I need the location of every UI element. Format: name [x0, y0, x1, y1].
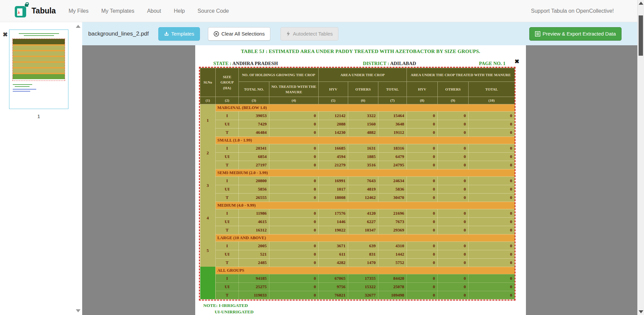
open-filename: background_lines_2.pdf — [88, 31, 149, 37]
remove-file-icon[interactable]: ✖ — [3, 32, 8, 38]
selection-close-icon[interactable]: ✖ — [515, 59, 519, 64]
scroll-up-icon[interactable] — [639, 2, 643, 5]
nav-my-files[interactable]: My Files — [68, 8, 89, 14]
circle-x-icon — [214, 31, 219, 37]
pdf-note-line1: NOTE: I-IRRIGATED — [203, 303, 248, 308]
clear-all-selections-button[interactable]: Clear All Selections — [208, 27, 270, 41]
thumbnail-mini-table — [12, 39, 65, 81]
pdf-page[interactable]: TABLE 5J : ESTIMATED AREA UNDER PADDY TR… — [195, 45, 526, 315]
pdf-state-line: STATE : ANDHRA PRADESH — [213, 61, 278, 66]
pdf-district-line: DISTRICT : ADILABAD — [363, 61, 416, 66]
sidebar-scroll-down-icon[interactable] — [76, 309, 80, 312]
table-list-icon — [535, 31, 540, 37]
lightning-icon — [286, 31, 290, 36]
nav-my-templates[interactable]: My Templates — [101, 8, 134, 14]
page-thumbnail[interactable] — [9, 30, 68, 109]
autodetect-tables-button[interactable]: Autodetect Tables — [280, 27, 338, 41]
templates-button[interactable]: Templates — [158, 27, 200, 41]
toolbar: background_lines_2.pdf Templates Clear A… — [82, 22, 637, 45]
pdf-page-no: PAGE NO. 1 — [479, 61, 505, 66]
sidebar-thumbnails: ✖ 1 — [0, 22, 82, 315]
pdf-viewer: TABLE 5J : ESTIMATED AREA UNDER PADDY TR… — [82, 45, 637, 315]
nav-links: My Files My Templates About Help Source … — [68, 8, 229, 14]
preview-export-button[interactable]: Preview & Export Extracted Data — [529, 27, 622, 41]
nav-about[interactable]: About — [147, 8, 161, 14]
sidebar-scroll-up-icon[interactable] — [76, 25, 80, 28]
brand-title[interactable]: Tabula — [32, 6, 56, 15]
navbar: λ Tabula My Files My Templates About Hel… — [0, 0, 637, 22]
scroll-down-icon[interactable] — [639, 310, 643, 313]
scrollbar-thumb[interactable] — [639, 15, 643, 56]
tabula-logo-icon: λ — [15, 5, 28, 17]
template-save-icon — [164, 31, 169, 36]
pdf-table-title: TABLE 5J : ESTIMATED AREA UNDER PADDY TR… — [195, 49, 526, 54]
page-number-label: 1 — [9, 113, 68, 119]
support-link[interactable]: Support Tabula on OpenCollective! — [531, 8, 614, 14]
nav-source-code[interactable]: Source Code — [198, 8, 229, 14]
selection-box[interactable] — [199, 67, 516, 301]
window-scrollbar[interactable] — [637, 0, 644, 315]
nav-help[interactable]: Help — [174, 8, 185, 14]
pdf-note-line2: UI-UNIRRIGATED — [215, 309, 254, 315]
